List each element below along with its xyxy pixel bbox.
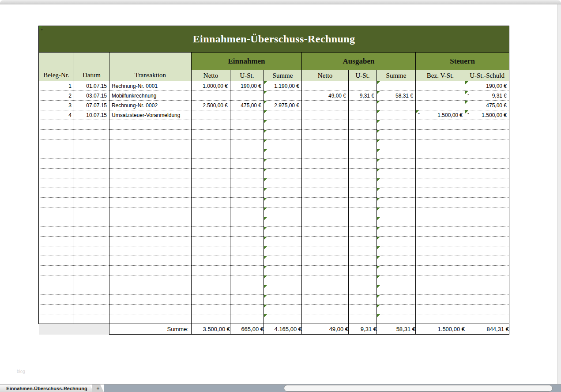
cell[interactable] [109, 120, 192, 130]
cell[interactable] [302, 159, 349, 169]
cell[interactable] [74, 120, 109, 130]
cell[interactable] [302, 314, 349, 324]
cell[interactable]: 49,00 € [302, 91, 349, 101]
cell[interactable] [74, 237, 109, 246]
cell[interactable]: 10.07.15 [74, 110, 109, 120]
cell[interactable] [74, 285, 109, 295]
cell[interactable] [74, 149, 109, 159]
cell[interactable] [416, 169, 465, 178]
cell[interactable] [302, 285, 349, 295]
cell[interactable] [74, 295, 109, 305]
cell[interactable] [74, 305, 109, 314]
cell[interactable] [109, 139, 192, 149]
cell[interactable] [416, 207, 465, 217]
cell[interactable] [230, 120, 264, 130]
cell[interactable] [416, 91, 465, 101]
cell[interactable] [230, 217, 264, 227]
cell[interactable] [74, 130, 109, 139]
cell[interactable] [302, 266, 349, 275]
cell[interactable] [377, 246, 416, 256]
cell[interactable]: 07.07.15 [74, 101, 109, 110]
group-header-steuern[interactable]: Steuern [416, 53, 509, 70]
cell[interactable] [416, 120, 465, 130]
cell[interactable] [230, 110, 264, 120]
cell[interactable] [416, 81, 465, 91]
cell[interactable] [377, 314, 416, 324]
cell[interactable] [377, 188, 416, 198]
cell[interactable] [377, 149, 416, 159]
cell[interactable] [192, 139, 230, 149]
cell[interactable] [465, 217, 509, 227]
cell[interactable] [109, 130, 192, 139]
cell[interactable] [39, 256, 74, 266]
cell[interactable] [465, 130, 509, 139]
cell[interactable] [109, 256, 192, 266]
cell[interactable] [377, 295, 416, 305]
cell[interactable] [109, 237, 192, 246]
cell[interactable] [465, 188, 509, 198]
cell[interactable] [465, 207, 509, 217]
cell[interactable] [302, 275, 349, 285]
cell[interactable] [377, 285, 416, 295]
cell[interactable]: 3 [39, 101, 74, 110]
cell[interactable] [349, 266, 377, 275]
cell[interactable]: 49,00 € [302, 324, 349, 335]
cell[interactable] [230, 130, 264, 139]
cell[interactable] [377, 139, 416, 149]
cell[interactable] [302, 227, 349, 237]
cell[interactable] [230, 305, 264, 314]
cell[interactable] [74, 266, 109, 275]
cell[interactable] [302, 198, 349, 207]
cell[interactable] [264, 266, 302, 275]
cell[interactable] [465, 246, 509, 256]
cell[interactable]: 4.165,00 € [264, 324, 302, 335]
cell[interactable] [302, 207, 349, 217]
cell[interactable] [192, 130, 230, 139]
column-header-ausgaben-netto[interactable]: Netto [302, 70, 349, 81]
cell[interactable] [377, 256, 416, 266]
cell[interactable] [74, 227, 109, 237]
cell[interactable] [230, 169, 264, 178]
cell[interactable] [230, 246, 264, 256]
cell[interactable] [74, 139, 109, 149]
cell[interactable] [416, 101, 465, 110]
cell[interactable]: -1.500,00 € [416, 324, 465, 335]
cell[interactable] [39, 237, 74, 246]
cell[interactable] [74, 256, 109, 266]
cell[interactable] [377, 178, 416, 188]
cell[interactable] [302, 139, 349, 149]
cell[interactable]: 665,00 € [230, 324, 264, 335]
cell[interactable] [109, 207, 192, 217]
cell[interactable] [192, 266, 230, 275]
cell[interactable] [39, 188, 74, 198]
cell[interactable] [264, 285, 302, 295]
cell[interactable] [465, 139, 509, 149]
cell[interactable] [302, 169, 349, 178]
cell[interactable] [465, 149, 509, 159]
cell[interactable] [74, 207, 109, 217]
cell[interactable] [230, 237, 264, 246]
cell[interactable] [465, 198, 509, 207]
cell[interactable] [192, 188, 230, 198]
cell[interactable] [74, 217, 109, 227]
cell[interactable] [264, 305, 302, 314]
cell[interactable] [109, 285, 192, 295]
cell[interactable] [109, 246, 192, 256]
cell[interactable] [192, 227, 230, 237]
cell[interactable] [416, 217, 465, 227]
cell[interactable] [264, 256, 302, 266]
cell[interactable] [302, 256, 349, 266]
cell[interactable]: Mobilfunkrechnung [109, 91, 192, 101]
cell[interactable] [349, 101, 377, 110]
cell[interactable] [416, 178, 465, 188]
cell[interactable] [230, 139, 264, 149]
column-header-einnahmen-ust[interactable]: U-St. [230, 70, 264, 81]
cell[interactable]: 3.500,00 € [192, 324, 230, 335]
cell[interactable] [377, 198, 416, 207]
cell[interactable] [230, 188, 264, 198]
cell[interactable] [416, 237, 465, 246]
cell[interactable]: 03.07.15 [74, 91, 109, 101]
cell[interactable] [264, 139, 302, 149]
cell[interactable] [109, 275, 192, 285]
cell[interactable] [264, 314, 302, 324]
